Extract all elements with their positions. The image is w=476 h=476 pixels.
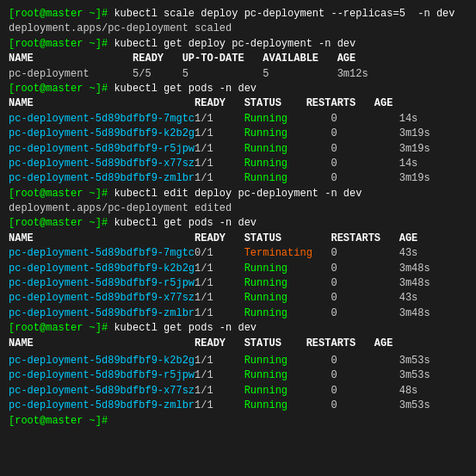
- age-value: 3m48s: [399, 307, 430, 319]
- status-running: Running: [244, 143, 331, 155]
- terminal-line-2: [root@master ~]# kubectl get deploy pc-d…: [9, 37, 467, 52]
- output-text: deployment.apps/pc-deployment scaled: [9, 22, 232, 34]
- status-running: Running: [244, 399, 331, 411]
- ready-count: 1/1: [195, 369, 244, 381]
- ready-count: 1/1: [195, 385, 244, 397]
- terminal-line-22: NAME READY STATUS RESTARTS AGE: [9, 337, 467, 351]
- command-text: kubectl get pods -n dev: [108, 83, 257, 95]
- status-running: Running: [244, 158, 331, 170]
- restarts-count: 0: [331, 158, 399, 170]
- output-text: pc-deployment 5/5 5 5 3m12s: [9, 68, 368, 80]
- status-running: Running: [244, 385, 331, 397]
- pod-name: pc-deployment-5d89bdfbf9-r5jpw: [9, 277, 195, 289]
- status-running: Running: [244, 355, 331, 367]
- status-running: Running: [244, 292, 331, 304]
- restarts-count: 0: [331, 307, 399, 319]
- age-value: 3m48s: [399, 277, 430, 289]
- output-text: deployment.apps/pc-deployment edited: [9, 202, 232, 214]
- pod-name: pc-deployment-5d89bdfbf9-7mgtc: [9, 247, 195, 259]
- status-terminating: Terminating: [244, 247, 331, 259]
- restarts-count: 0: [331, 127, 399, 139]
- restarts-count: 0: [331, 113, 399, 125]
- terminal-line-11: pc-deployment-5d89bdfbf9-zmlbr1/1 Runnin…: [9, 171, 467, 186]
- prompt-symbol: [root@master ~]#: [9, 83, 108, 95]
- terminal-line-15: NAME READY STATUS RESTARTS AGE: [9, 232, 467, 246]
- table-header: NAME READY UP-TO-DATE AVAILABLE AGE: [9, 53, 355, 65]
- command-text: kubectl scale deploy pc-deployment --rep…: [108, 8, 454, 20]
- terminal-line-20: pc-deployment-5d89bdfbf9-zmlbr1/1 Runnin…: [9, 306, 467, 321]
- pod-name: pc-deployment-5d89bdfbf9-r5jpw: [9, 143, 195, 155]
- terminal-line-26: pc-deployment-5d89bdfbf9-x77sz1/1 Runnin…: [9, 384, 467, 399]
- prompt-symbol: [root@master ~]#: [9, 415, 108, 427]
- restarts-count: 0: [331, 172, 399, 184]
- pod-name: pc-deployment-5d89bdfbf9-x77sz: [9, 158, 195, 170]
- age-value: 3m48s: [399, 263, 430, 275]
- age-value: 3m19s: [399, 127, 430, 139]
- terminal-line-17: pc-deployment-5d89bdfbf9-k2b2g1/1 Runnin…: [9, 262, 467, 276]
- terminal-line-9: pc-deployment-5d89bdfbf9-r5jpw1/1 Runnin…: [9, 142, 467, 157]
- terminal-line-21: [root@master ~]# kubectl get pods -n dev: [9, 321, 467, 336]
- terminal-line-5: [root@master ~]# kubectl get pods -n dev: [9, 82, 467, 96]
- age-value: 3m19s: [399, 143, 430, 155]
- status-running: Running: [244, 172, 331, 184]
- age-value: 3m53s: [399, 369, 430, 381]
- status-running: Running: [244, 307, 331, 319]
- terminal-line-19: pc-deployment-5d89bdfbf9-x77sz1/1 Runnin…: [9, 291, 467, 306]
- restarts-count: 0: [331, 399, 399, 411]
- ready-count: 1/1: [195, 172, 244, 184]
- prompt-symbol: [root@master ~]#: [9, 322, 108, 334]
- ready-count: 1/1: [195, 113, 244, 125]
- terminal-line-28: [root@master ~]#: [9, 414, 467, 429]
- ready-count: 1/1: [195, 355, 244, 367]
- terminal-line-10: pc-deployment-5d89bdfbf9-x77sz1/1 Runnin…: [9, 157, 467, 171]
- command-text: kubectl get pods -n dev: [108, 217, 257, 229]
- status-running: Running: [244, 369, 331, 381]
- age-value: 14s: [399, 113, 418, 125]
- pod-name: pc-deployment-5d89bdfbf9-zmlbr: [9, 172, 195, 184]
- pod-name: pc-deployment-5d89bdfbf9-7mgtc: [9, 113, 195, 125]
- terminal-line-1: deployment.apps/pc-deployment scaled: [9, 22, 467, 36]
- pod-name: pc-deployment-5d89bdfbf9-x77sz: [9, 292, 195, 304]
- pod-name: pc-deployment-5d89bdfbf9-zmlbr: [9, 399, 195, 411]
- terminal-window: [root@master ~]# kubectl scale deploy pc…: [0, 0, 476, 476]
- terminal-line-4: pc-deployment 5/5 5 5 3m12s: [9, 67, 467, 82]
- terminal-line-13: deployment.apps/pc-deployment edited: [9, 201, 467, 216]
- prompt-symbol: [root@master ~]#: [9, 38, 108, 50]
- restarts-count: 0: [331, 247, 399, 259]
- restarts-count: 0: [331, 369, 399, 381]
- age-value: 3m53s: [399, 355, 430, 367]
- terminal-line-27: pc-deployment-5d89bdfbf9-zmlbr1/1 Runnin…: [9, 399, 467, 413]
- terminal-line-18: pc-deployment-5d89bdfbf9-r5jpw1/1 Runnin…: [9, 276, 467, 291]
- terminal-line-7: pc-deployment-5d89bdfbf9-7mgtc1/1 Runnin…: [9, 112, 467, 127]
- pod-name: pc-deployment-5d89bdfbf9-r5jpw: [9, 369, 195, 381]
- terminal-line-24: pc-deployment-5d89bdfbf9-k2b2g1/1 Runnin…: [9, 354, 467, 368]
- terminal-line-25: pc-deployment-5d89bdfbf9-r5jpw1/1 Runnin…: [9, 368, 467, 383]
- command-text: kubectl get deploy pc-deployment -n dev: [108, 38, 355, 50]
- table-header: NAME READY STATUS RESTARTS AGE: [9, 97, 393, 109]
- status-running: Running: [244, 127, 331, 139]
- terminal-line-3: NAME READY UP-TO-DATE AVAILABLE AGE: [9, 52, 467, 66]
- restarts-count: 0: [331, 263, 399, 275]
- ready-count: 1/1: [195, 307, 244, 319]
- status-running: Running: [244, 263, 331, 275]
- command-text: kubectl get pods -n dev: [108, 322, 257, 334]
- restarts-count: 0: [331, 355, 399, 367]
- restarts-count: 0: [331, 143, 399, 155]
- prompt-symbol: [root@master ~]#: [9, 217, 108, 229]
- ready-count: 1/1: [195, 399, 244, 411]
- age-value: 14s: [399, 158, 418, 170]
- ready-count: 1/1: [195, 127, 244, 139]
- pod-name: pc-deployment-5d89bdfbf9-zmlbr: [9, 307, 195, 319]
- terminal-line-8: pc-deployment-5d89bdfbf9-k2b2g1/1 Runnin…: [9, 127, 467, 141]
- ready-count: 1/1: [195, 277, 244, 289]
- pod-name: pc-deployment-5d89bdfbf9-k2b2g: [9, 355, 195, 367]
- pod-name: pc-deployment-5d89bdfbf9-x77sz: [9, 385, 195, 397]
- restarts-count: 0: [331, 277, 399, 289]
- ready-count: 1/1: [195, 158, 244, 170]
- restarts-count: 0: [331, 292, 399, 304]
- restarts-count: 0: [331, 385, 399, 397]
- pod-name: pc-deployment-5d89bdfbf9-k2b2g: [9, 127, 195, 139]
- age-value: 48s: [399, 385, 418, 397]
- prompt-symbol: [root@master ~]#: [9, 8, 108, 20]
- ready-count: 1/1: [195, 143, 244, 155]
